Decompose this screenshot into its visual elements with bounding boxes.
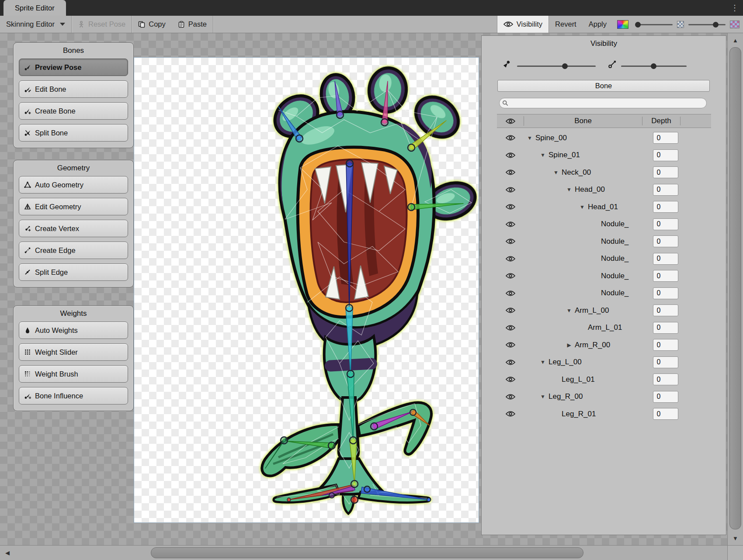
preview-pose-button[interactable]: Preview Pose — [19, 59, 128, 76]
bone-table-row[interactable]: Nodule_ — [497, 267, 720, 285]
bone-table-row[interactable]: Leg_L_01 — [497, 371, 720, 388]
split-bone-button[interactable]: Split Bone — [19, 124, 128, 142]
bone-table-row[interactable]: Leg_R_00 — [497, 388, 720, 406]
visibility-eye-toggle[interactable] — [497, 325, 524, 331]
revert-button[interactable]: Revert — [549, 16, 583, 33]
bone-table-row[interactable]: Leg_R_01 — [497, 405, 720, 423]
slider-knob[interactable] — [651, 63, 656, 69]
create-vertex-button[interactable]: Create Vertex — [19, 220, 128, 237]
visibility-eye-toggle[interactable] — [497, 221, 524, 227]
visibility-eye-toggle[interactable] — [497, 152, 524, 158]
visibility-eye-toggle[interactable] — [497, 239, 524, 244]
transparency-checker-icon[interactable] — [730, 21, 740, 28]
depth-input[interactable] — [653, 356, 678, 368]
weight-slider-button[interactable]: Weight Slider — [19, 343, 128, 361]
bone-table-row[interactable]: Arm_R_00 — [497, 336, 720, 354]
create-bone-button[interactable]: Create Bone — [19, 102, 128, 120]
bone-table-row[interactable]: Arm_L_01 — [497, 319, 720, 337]
visibility-eye-toggle[interactable] — [497, 256, 524, 262]
slider-knob[interactable] — [562, 63, 568, 69]
horizontal-scroll-thumb[interactable] — [151, 547, 583, 558]
bone-table-row[interactable]: Nodule_ — [497, 250, 720, 268]
depth-input[interactable] — [653, 253, 678, 265]
overlay-opacity-slider[interactable] — [635, 16, 673, 33]
visibility-eye-toggle[interactable] — [497, 187, 524, 193]
visibility-eye-toggle[interactable] — [497, 360, 524, 365]
depth-input[interactable] — [653, 287, 678, 299]
depth-input[interactable] — [653, 184, 678, 196]
sprite-canvas[interactable] — [134, 58, 479, 522]
depth-input[interactable] — [653, 218, 678, 230]
bone-table-row[interactable]: Nodule_ — [497, 233, 720, 250]
create-edge-button[interactable]: Create Edge — [19, 242, 128, 259]
foldout-icon[interactable] — [576, 204, 588, 210]
bone-influence-button[interactable]: Bone Influence — [19, 387, 128, 404]
depth-input[interactable] — [653, 270, 678, 282]
bone-size-slider[interactable] — [621, 66, 687, 67]
foldout-icon[interactable] — [563, 342, 575, 348]
visibility-eye-toggle[interactable] — [497, 273, 524, 279]
visibility-eye-toggle[interactable] — [497, 377, 524, 382]
bone-table-row[interactable]: Neck_00 — [497, 164, 720, 181]
depth-input[interactable] — [653, 373, 678, 385]
bone-opacity-slider[interactable] — [517, 66, 596, 67]
visibility-eye-toggle[interactable] — [497, 411, 524, 417]
scroll-down-icon[interactable] — [728, 532, 743, 544]
visibility-eye-toggle[interactable] — [497, 394, 524, 400]
scroll-left-icon[interactable] — [1, 546, 14, 560]
visibility-eye-toggle[interactable] — [497, 204, 524, 210]
depth-input[interactable] — [653, 149, 678, 161]
bone-table-row[interactable]: Head_01 — [497, 198, 720, 216]
depth-input[interactable] — [653, 304, 678, 316]
visibility-toggle-button[interactable]: Visibility — [497, 16, 549, 33]
foldout-icon[interactable] — [524, 135, 535, 141]
slider-knob[interactable] — [635, 22, 641, 28]
depth-input[interactable] — [653, 201, 678, 213]
vertical-scroll-thumb[interactable] — [729, 47, 741, 529]
edit-geometry-button[interactable]: Edit Geometry — [19, 198, 128, 215]
auto-geometry-button[interactable]: Auto Geometry — [19, 176, 128, 194]
foldout-icon[interactable] — [563, 187, 575, 193]
bone-table-row[interactable]: Arm_L_00 — [497, 302, 720, 319]
auto-weights-button[interactable]: Auto Weights — [19, 321, 128, 339]
split-edge-button[interactable]: Split Edge — [19, 263, 128, 281]
foldout-icon[interactable] — [537, 394, 549, 400]
color-picker-swatch[interactable] — [617, 20, 628, 29]
foldout-icon[interactable] — [550, 169, 562, 176]
texture-opacity-slider[interactable] — [688, 16, 726, 33]
visibility-eye-toggle[interactable] — [497, 169, 524, 175]
paste-button[interactable]: Paste — [172, 16, 213, 33]
bone-table-row[interactable]: Nodule_ — [497, 216, 720, 233]
edit-bone-button[interactable]: Edit Bone — [19, 80, 128, 98]
foldout-icon[interactable] — [563, 308, 575, 314]
depth-input[interactable] — [653, 408, 678, 420]
scroll-up-icon[interactable] — [728, 34, 743, 46]
kebab-menu-icon[interactable] — [729, 0, 740, 16]
reset-pose-button[interactable]: Reset Pose — [72, 16, 132, 33]
tab-sprite-editor[interactable]: Sprite Editor — [3, 0, 66, 16]
copy-button[interactable]: Copy — [132, 16, 172, 33]
bone-table-row[interactable]: Spine_00 — [497, 129, 720, 147]
visibility-eye-toggle[interactable] — [497, 290, 524, 296]
skinning-editor-dropdown[interactable]: Skinning Editor — [0, 16, 71, 33]
bone-table-row[interactable]: Nodule_ — [497, 285, 720, 302]
bone-search-input[interactable] — [499, 98, 707, 108]
bone-table-row[interactable]: Spine_01 — [497, 147, 720, 164]
slider-knob[interactable] — [713, 22, 719, 28]
visibility-eye-toggle[interactable] — [497, 342, 524, 348]
apply-button[interactable]: Apply — [583, 16, 613, 33]
visibility-eye-toggle[interactable] — [497, 135, 524, 141]
texture-checker-icon[interactable] — [677, 21, 684, 28]
bone-tab-button[interactable]: Bone — [497, 80, 710, 92]
visibility-eye-toggle[interactable] — [497, 308, 524, 313]
weight-brush-button[interactable]: Weight Brush — [19, 365, 128, 383]
depth-input[interactable] — [653, 235, 678, 247]
vertical-scrollbar[interactable] — [727, 33, 743, 545]
bone-table-row[interactable]: Head_00 — [497, 181, 720, 199]
depth-input[interactable] — [653, 391, 678, 403]
depth-input[interactable] — [653, 339, 678, 351]
depth-input[interactable] — [653, 322, 678, 334]
foldout-icon[interactable] — [537, 359, 549, 365]
foldout-icon[interactable] — [537, 152, 549, 158]
bone-table-row[interactable]: Leg_L_00 — [497, 354, 720, 371]
